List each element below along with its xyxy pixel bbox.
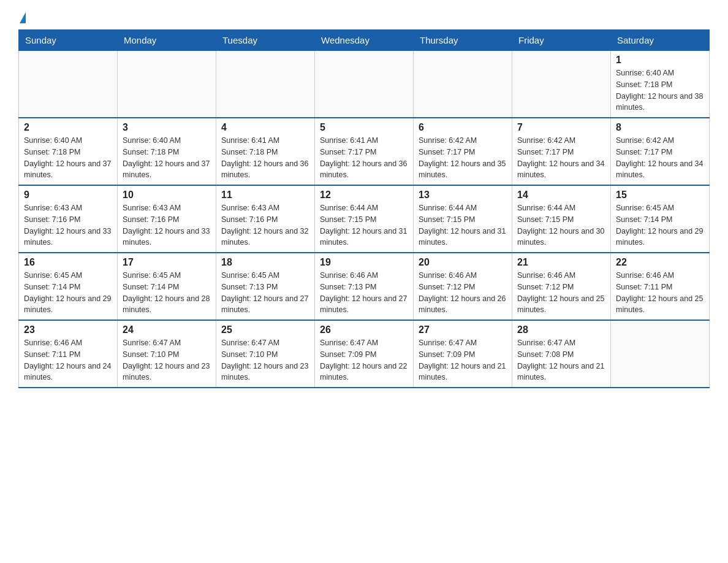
day-info: Sunrise: 6:42 AMSunset: 7:17 PMDaylight:… — [517, 135, 605, 181]
day-info: Sunrise: 6:46 AMSunset: 7:12 PMDaylight:… — [419, 270, 507, 316]
day-info: Sunrise: 6:44 AMSunset: 7:15 PMDaylight:… — [517, 202, 605, 248]
calendar-header-cell: Saturday — [611, 30, 710, 51]
calendar-day-cell: 7Sunrise: 6:42 AMSunset: 7:17 PMDaylight… — [512, 118, 611, 185]
calendar-week-row: 23Sunrise: 6:46 AMSunset: 7:11 PMDayligh… — [19, 320, 710, 388]
day-number: 9 — [24, 190, 112, 201]
calendar-day-cell — [19, 51, 118, 118]
calendar-day-cell: 6Sunrise: 6:42 AMSunset: 7:17 PMDaylight… — [414, 118, 512, 185]
day-number: 17 — [123, 257, 211, 268]
day-info: Sunrise: 6:44 AMSunset: 7:15 PMDaylight:… — [320, 202, 408, 248]
day-info: Sunrise: 6:40 AMSunset: 7:18 PMDaylight:… — [24, 135, 112, 181]
calendar-day-cell — [512, 51, 611, 118]
day-info: Sunrise: 6:44 AMSunset: 7:15 PMDaylight:… — [419, 202, 507, 248]
day-number: 10 — [123, 190, 211, 201]
day-info: Sunrise: 6:47 AMSunset: 7:09 PMDaylight:… — [419, 337, 507, 383]
day-number: 1 — [616, 55, 704, 66]
calendar-body: 1Sunrise: 6:40 AMSunset: 7:18 PMDaylight… — [19, 51, 710, 388]
day-number: 12 — [320, 190, 408, 201]
day-number: 28 — [517, 324, 605, 335]
calendar-day-cell: 20Sunrise: 6:46 AMSunset: 7:12 PMDayligh… — [414, 253, 512, 320]
calendar-day-cell: 15Sunrise: 6:45 AMSunset: 7:14 PMDayligh… — [611, 185, 710, 253]
calendar-day-cell: 5Sunrise: 6:41 AMSunset: 7:17 PMDaylight… — [315, 118, 414, 185]
day-number: 2 — [24, 122, 112, 133]
day-number: 16 — [24, 257, 112, 268]
calendar-day-cell: 25Sunrise: 6:47 AMSunset: 7:10 PMDayligh… — [216, 320, 315, 388]
day-info: Sunrise: 6:46 AMSunset: 7:11 PMDaylight:… — [24, 337, 112, 383]
day-info: Sunrise: 6:47 AMSunset: 7:10 PMDaylight:… — [123, 337, 211, 383]
calendar-day-cell — [414, 51, 512, 118]
day-info: Sunrise: 6:45 AMSunset: 7:14 PMDaylight:… — [123, 270, 211, 316]
day-number: 14 — [517, 190, 605, 201]
day-info: Sunrise: 6:40 AMSunset: 7:18 PMDaylight:… — [616, 67, 704, 113]
calendar-day-cell: 26Sunrise: 6:47 AMSunset: 7:09 PMDayligh… — [315, 320, 414, 388]
day-info: Sunrise: 6:47 AMSunset: 7:09 PMDaylight:… — [320, 337, 408, 383]
day-info: Sunrise: 6:40 AMSunset: 7:18 PMDaylight:… — [123, 135, 211, 181]
day-number: 13 — [419, 190, 507, 201]
day-number: 22 — [616, 257, 704, 268]
day-info: Sunrise: 6:46 AMSunset: 7:12 PMDaylight:… — [517, 270, 605, 316]
calendar-day-cell: 21Sunrise: 6:46 AMSunset: 7:12 PMDayligh… — [512, 253, 611, 320]
day-number: 6 — [419, 122, 507, 133]
calendar-week-row: 2Sunrise: 6:40 AMSunset: 7:18 PMDaylight… — [19, 118, 710, 185]
day-info: Sunrise: 6:45 AMSunset: 7:14 PMDaylight:… — [24, 270, 112, 316]
calendar-week-row: 16Sunrise: 6:45 AMSunset: 7:14 PMDayligh… — [19, 253, 710, 320]
day-info: Sunrise: 6:41 AMSunset: 7:17 PMDaylight:… — [320, 135, 408, 181]
day-info: Sunrise: 6:43 AMSunset: 7:16 PMDaylight:… — [221, 202, 309, 248]
logo — [18, 12, 26, 23]
calendar-day-cell: 11Sunrise: 6:43 AMSunset: 7:16 PMDayligh… — [216, 185, 315, 253]
day-number: 20 — [419, 257, 507, 268]
calendar-day-cell: 4Sunrise: 6:41 AMSunset: 7:18 PMDaylight… — [216, 118, 315, 185]
day-info: Sunrise: 6:45 AMSunset: 7:14 PMDaylight:… — [616, 202, 704, 248]
calendar-day-cell — [611, 320, 710, 388]
calendar-day-cell — [315, 51, 414, 118]
calendar-day-cell: 9Sunrise: 6:43 AMSunset: 7:16 PMDaylight… — [19, 185, 118, 253]
calendar-table: SundayMondayTuesdayWednesdayThursdayFrid… — [18, 29, 710, 388]
day-number: 3 — [123, 122, 211, 133]
day-number: 5 — [320, 122, 408, 133]
calendar-day-cell: 12Sunrise: 6:44 AMSunset: 7:15 PMDayligh… — [315, 185, 414, 253]
calendar-day-cell: 28Sunrise: 6:47 AMSunset: 7:08 PMDayligh… — [512, 320, 611, 388]
calendar-day-cell: 19Sunrise: 6:46 AMSunset: 7:13 PMDayligh… — [315, 253, 414, 320]
day-info: Sunrise: 6:47 AMSunset: 7:10 PMDaylight:… — [221, 337, 309, 383]
day-number: 27 — [419, 324, 507, 335]
day-info: Sunrise: 6:46 AMSunset: 7:13 PMDaylight:… — [320, 270, 408, 316]
calendar-day-cell: 14Sunrise: 6:44 AMSunset: 7:15 PMDayligh… — [512, 185, 611, 253]
calendar-week-row: 9Sunrise: 6:43 AMSunset: 7:16 PMDaylight… — [19, 185, 710, 253]
calendar-day-cell — [118, 51, 216, 118]
day-number: 19 — [320, 257, 408, 268]
day-info: Sunrise: 6:43 AMSunset: 7:16 PMDaylight:… — [24, 202, 112, 248]
calendar-day-cell: 23Sunrise: 6:46 AMSunset: 7:11 PMDayligh… — [19, 320, 118, 388]
page-header — [18, 12, 710, 23]
calendar-week-row: 1Sunrise: 6:40 AMSunset: 7:18 PMDaylight… — [19, 51, 710, 118]
day-number: 8 — [616, 122, 704, 133]
calendar-day-cell: 8Sunrise: 6:42 AMSunset: 7:17 PMDaylight… — [611, 118, 710, 185]
calendar-header-row: SundayMondayTuesdayWednesdayThursdayFrid… — [19, 30, 710, 51]
day-number: 11 — [221, 190, 309, 201]
calendar-day-cell — [216, 51, 315, 118]
day-number: 21 — [517, 257, 605, 268]
day-number: 4 — [221, 122, 309, 133]
calendar-day-cell: 24Sunrise: 6:47 AMSunset: 7:10 PMDayligh… — [118, 320, 216, 388]
calendar-day-cell: 18Sunrise: 6:45 AMSunset: 7:13 PMDayligh… — [216, 253, 315, 320]
day-number: 18 — [221, 257, 309, 268]
calendar-day-cell: 27Sunrise: 6:47 AMSunset: 7:09 PMDayligh… — [414, 320, 512, 388]
calendar-header-cell: Sunday — [19, 30, 118, 51]
calendar-day-cell: 17Sunrise: 6:45 AMSunset: 7:14 PMDayligh… — [118, 253, 216, 320]
day-number: 25 — [221, 324, 309, 335]
day-number: 23 — [24, 324, 112, 335]
day-number: 24 — [123, 324, 211, 335]
calendar-header: SundayMondayTuesdayWednesdayThursdayFrid… — [19, 30, 710, 51]
calendar-header-cell: Wednesday — [315, 30, 414, 51]
calendar-day-cell: 16Sunrise: 6:45 AMSunset: 7:14 PMDayligh… — [19, 253, 118, 320]
calendar-day-cell: 22Sunrise: 6:46 AMSunset: 7:11 PMDayligh… — [611, 253, 710, 320]
day-number: 15 — [616, 190, 704, 201]
day-info: Sunrise: 6:46 AMSunset: 7:11 PMDaylight:… — [616, 270, 704, 316]
calendar-header-cell: Tuesday — [216, 30, 315, 51]
calendar-header-cell: Friday — [512, 30, 611, 51]
day-info: Sunrise: 6:41 AMSunset: 7:18 PMDaylight:… — [221, 135, 309, 181]
logo-triangle-icon — [20, 12, 26, 23]
calendar-day-cell: 1Sunrise: 6:40 AMSunset: 7:18 PMDaylight… — [611, 51, 710, 118]
day-number: 7 — [517, 122, 605, 133]
day-info: Sunrise: 6:47 AMSunset: 7:08 PMDaylight:… — [517, 337, 605, 383]
calendar-day-cell: 2Sunrise: 6:40 AMSunset: 7:18 PMDaylight… — [19, 118, 118, 185]
